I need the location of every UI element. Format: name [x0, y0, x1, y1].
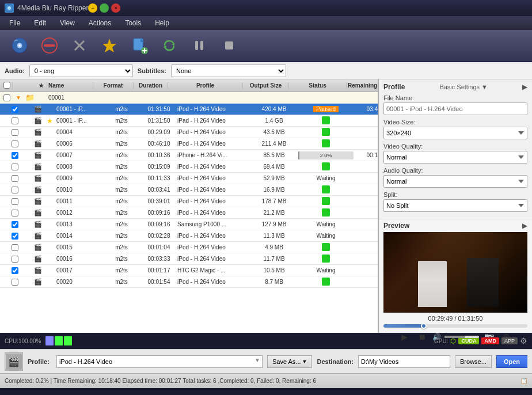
menu-edit[interactable]: Edit — [27, 18, 53, 28]
expand-preview-button[interactable]: ▶ — [522, 222, 527, 230]
row-folder-icon: 📁 — [24, 93, 36, 102]
table-row[interactable]: 🎬 00020 m2ts 00:01:54 iPod - H.264 Video… — [0, 276, 378, 288]
row-format: m2ts — [101, 256, 142, 262]
status-green-icon — [322, 116, 330, 124]
row-checkbox[interactable] — [12, 233, 18, 240]
subtitle-select[interactable]: None — [171, 64, 286, 77]
table-row[interactable]: 🎬 00013 m2ts 00:09:16 Samsung P1000 ... … — [0, 219, 378, 230]
stop-button[interactable] — [216, 33, 242, 58]
video-progress-bar[interactable] — [383, 324, 527, 328]
row-checkbox[interactable] — [12, 221, 18, 228]
file-name-input[interactable] — [383, 102, 527, 115]
col-output-size[interactable]: Output Size — [243, 82, 289, 89]
row-checkbox[interactable] — [12, 267, 18, 274]
amd-badge[interactable]: AMD — [481, 337, 499, 344]
table-row[interactable]: 🎬 00010 m2ts 00:03:41 iPod - H.264 Video… — [0, 184, 378, 196]
audio-select[interactable]: 0 - eng — [29, 64, 133, 77]
row-checkbox[interactable] — [12, 106, 18, 113]
col-name[interactable]: Name — [47, 82, 93, 89]
col-format[interactable]: Format — [93, 82, 134, 89]
row-checkbox[interactable] — [12, 187, 18, 193]
table-row[interactable]: 🎬 00011 m2ts 00:39:01 iPod - H.264 Video… — [0, 196, 378, 207]
row-film-icon: 🎬 — [32, 186, 44, 193]
settings-gear-button[interactable]: ⚙ — [520, 336, 527, 345]
cpu-bars — [45, 336, 72, 345]
table-body: ▼ 📁 00001 🎬 00001 - iP... m2ts 01:31:5 — [0, 92, 378, 333]
video-quality-label: Video Quality: — [383, 143, 527, 150]
volume-slider[interactable] — [444, 336, 479, 338]
video-progress-handle[interactable] — [421, 323, 427, 329]
browse-button[interactable]: Browse... — [455, 355, 492, 368]
close-button[interactable]: × — [111, 3, 120, 13]
row-status — [297, 162, 355, 172]
row-checkbox[interactable] — [12, 140, 18, 147]
add-file-button[interactable] — [127, 33, 152, 58]
row-checkbox[interactable] — [12, 198, 18, 205]
video-quality-select[interactable]: Normal — [383, 151, 527, 164]
table-row[interactable]: 🎬 00009 m2ts 00:11:33 iPod - H.264 Video… — [0, 173, 378, 184]
row-star[interactable]: ★ — [44, 117, 55, 125]
col-status[interactable]: Status — [289, 82, 347, 89]
table-row[interactable]: 🎬 00008 m2ts 00:15:09 iPod - H.264 Video… — [0, 161, 378, 173]
save-as-button[interactable]: Save As... ▼ — [267, 355, 312, 368]
table-row[interactable]: 🎬 00012 m2ts 00:09:16 iPod - H.264 Video… — [0, 207, 378, 219]
remove-button[interactable] — [37, 33, 62, 58]
table-row[interactable]: 🎬 ★ 00001 - iP... m2ts 01:31:50 iPad - H… — [0, 115, 378, 127]
table-row[interactable]: 🎬 00001 - iP... m2ts 01:31:50 iPod - H.2… — [0, 104, 378, 115]
table-row[interactable]: 🎬 00004 m2ts 00:29:09 iPod - H.264 Video… — [0, 127, 378, 138]
maximize-button[interactable] — [100, 3, 109, 13]
expand-panel-button[interactable]: ▶ — [522, 83, 527, 91]
row-checkbox[interactable] — [12, 256, 18, 263]
row-checkbox[interactable] — [12, 210, 18, 217]
split-select[interactable]: No Split — [383, 199, 527, 212]
row-checkbox[interactable] — [12, 175, 18, 182]
row-checkbox[interactable] — [12, 117, 18, 124]
menu-tools[interactable]: Tools — [118, 18, 148, 28]
col-profile[interactable]: Profile — [168, 82, 243, 89]
menu-actions[interactable]: Actions — [82, 18, 118, 28]
row-expand[interactable]: ▼ — [13, 94, 24, 101]
save-as-dropdown-icon[interactable]: ▼ — [302, 359, 307, 364]
log-icon[interactable]: 📋 — [520, 378, 527, 384]
table-row[interactable]: 🎬 00014 m2ts 00:02:28 iPod - H.264 Video… — [0, 230, 378, 242]
clip-button[interactable] — [67, 33, 92, 58]
add-disc-button[interactable] — [7, 33, 32, 58]
select-all-checkbox[interactable] — [3, 82, 10, 89]
table-row[interactable]: 🎬 00016 m2ts 00:03:33 iPod - H.264 Video… — [0, 253, 378, 265]
convert-button[interactable] — [157, 33, 182, 58]
video-figure-bride — [418, 261, 447, 307]
table-row[interactable]: 🎬 00017 m2ts 00:01:17 HTC G2 Magic - ...… — [0, 265, 378, 276]
app-badge[interactable]: APP — [501, 337, 518, 344]
row-checkbox[interactable] — [12, 152, 18, 159]
pause-button[interactable] — [187, 33, 212, 58]
effects-button[interactable] — [97, 33, 122, 58]
row-checkbox[interactable] — [3, 94, 10, 101]
basic-settings-toggle[interactable]: Basic Settings ▼ — [439, 83, 488, 90]
profile-dropdown-icon[interactable]: ▼ — [254, 357, 260, 363]
table-row[interactable]: 🎬 00006 m2ts 00:46:10 iPod - H.264 Video… — [0, 138, 378, 150]
status-waiting: Waiting — [317, 175, 336, 181]
open-button[interactable]: Open — [496, 355, 527, 368]
col-remaining[interactable]: Remaining Time — [347, 82, 379, 89]
save-as-label: Save As... — [272, 358, 301, 365]
menu-view[interactable]: View — [53, 18, 82, 28]
row-checkbox[interactable] — [12, 244, 18, 251]
row-checkbox[interactable] — [12, 164, 18, 170]
cuda-badge[interactable]: CUDA — [458, 337, 479, 344]
profile-value-input[interactable] — [56, 355, 263, 368]
video-size-select[interactable]: 320×240 — [383, 127, 527, 139]
table-row[interactable]: 🎬 00015 m2ts 00:01:04 iPod - H.264 Video… — [0, 242, 378, 253]
audio-quality-select[interactable]: Normal — [383, 175, 527, 188]
menu-help[interactable]: Help — [148, 18, 176, 28]
col-duration[interactable]: Duration — [134, 82, 168, 89]
row-checkbox[interactable] — [12, 279, 18, 286]
table-row[interactable]: 🎬 00007 m2ts 00:10:36 iPhone - H.264 Vi.… — [0, 150, 378, 161]
play-button[interactable]: ▶ — [398, 330, 412, 344]
row-film-icon: 🎬 — [32, 267, 44, 274]
menu-file[interactable]: File — [2, 18, 27, 28]
table-row[interactable]: ▼ 📁 00001 — [0, 92, 378, 104]
destination-input[interactable] — [358, 355, 450, 368]
minimize-button[interactable]: − — [88, 3, 97, 13]
stop-playback-button[interactable]: ⏹ — [415, 330, 429, 344]
row-checkbox[interactable] — [12, 129, 18, 136]
